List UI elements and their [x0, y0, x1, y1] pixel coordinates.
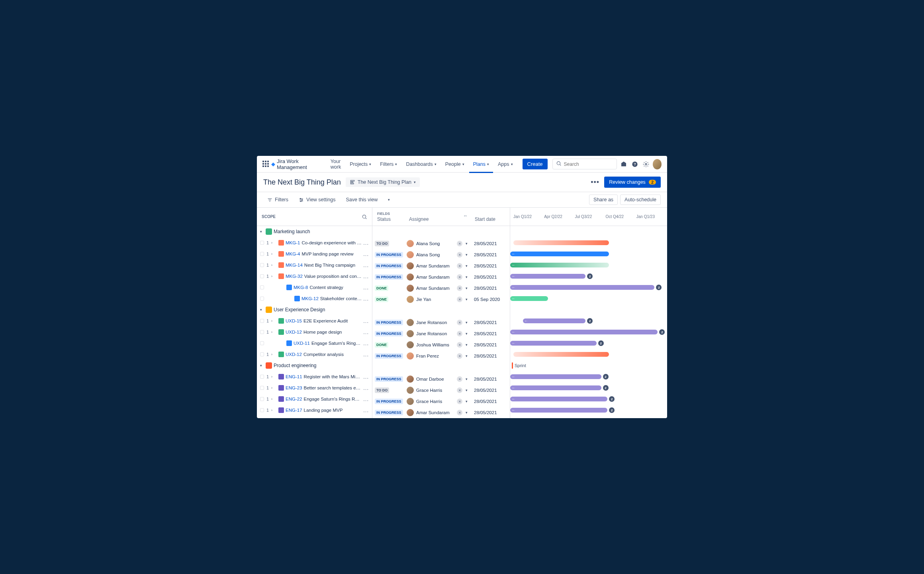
select-handle[interactable] — [260, 341, 264, 345]
chevron-down-icon[interactable]: ▾ — [466, 253, 468, 257]
group-row[interactable]: ▾ Product engineering — [257, 360, 372, 371]
row-actions-icon[interactable]: ... — [363, 374, 369, 380]
status-cell[interactable]: IN PROGRESS — [372, 249, 404, 260]
issue-row[interactable]: 1› ENG-22 Engage Saturn's Rings Resort a… — [257, 393, 372, 405]
search-input[interactable] — [564, 161, 614, 167]
issue-row[interactable]: 1› MKG-32 Value proposition and content … — [257, 271, 372, 282]
issue-key[interactable]: UXD-12 — [286, 352, 302, 357]
assignee-cell[interactable]: Alana Song ✕ ▾ — [404, 249, 470, 260]
select-handle[interactable] — [260, 274, 264, 278]
row-actions-icon[interactable]: ... — [363, 352, 369, 358]
filters-button[interactable]: Filters — [263, 195, 292, 204]
timeline-bar[interactable]: ← 2 — [510, 274, 585, 279]
issue-row[interactable]: MKG-8 Content strategy ... — [257, 282, 372, 293]
group-row[interactable]: ▾ Marketing launch — [257, 226, 372, 237]
date-cell[interactable]: 28/05/2021 — [470, 260, 510, 271]
app-switcher-icon[interactable] — [262, 161, 269, 168]
settings-icon[interactable] — [642, 159, 650, 169]
select-handle[interactable] — [260, 319, 264, 323]
clear-assignee-icon[interactable]: ✕ — [457, 410, 462, 415]
plan-selector[interactable]: The Next Big Thing Plan ▾ — [346, 177, 420, 187]
date-cell[interactable]: 28/05/2021 — [470, 385, 510, 396]
expand-caret-icon[interactable]: ▾ — [260, 230, 264, 234]
chevron-down-icon[interactable]: ▾ — [466, 354, 468, 358]
expand-chevron-icon[interactable]: › — [271, 241, 275, 245]
clear-assignee-icon[interactable]: ✕ — [457, 285, 462, 291]
assignee-cell[interactable]: Jie Yan ✕ ▾ — [404, 294, 470, 305]
issue-key[interactable]: MKG-12 — [301, 296, 319, 301]
nav-item-filters[interactable]: Filters▾ — [376, 156, 401, 173]
row-actions-icon[interactable]: ... — [363, 318, 369, 324]
clear-assignee-icon[interactable]: ✕ — [457, 252, 462, 258]
assignee-cell[interactable]: Joshua Williams ✕ ▾ — [404, 339, 470, 350]
share-as-button[interactable]: Share as — [589, 195, 618, 205]
nav-item-dashboards[interactable]: Dashboards▾ — [402, 156, 440, 173]
expand-chevron-icon[interactable]: › — [271, 386, 275, 390]
expand-chevron-icon[interactable]: › — [271, 274, 275, 278]
row-actions-icon[interactable]: ... — [363, 329, 369, 335]
collapse-fields-icon[interactable]: ↔ — [463, 213, 468, 218]
timeline-bar[interactable]: ← 2 — [510, 397, 607, 401]
issue-key[interactable]: MKG-32 — [286, 274, 303, 279]
chevron-down-icon[interactable]: ▾ — [466, 377, 468, 381]
expand-chevron-icon[interactable]: › — [271, 319, 275, 323]
expand-caret-icon[interactable]: ▾ — [260, 308, 264, 312]
expand-chevron-icon[interactable]: › — [271, 408, 275, 412]
issue-row[interactable]: 1› MKG-1 Co-design experience with sta..… — [257, 237, 372, 248]
clear-assignee-icon[interactable]: ✕ — [457, 263, 462, 269]
save-view-button[interactable]: Save this view — [342, 195, 382, 204]
status-cell[interactable]: IN PROGRESS — [372, 271, 404, 283]
issue-key[interactable]: MKG-1 — [286, 240, 300, 245]
issue-key[interactable]: ENG-11 — [286, 374, 302, 379]
timeline-bar[interactable]: ← 2 — [510, 385, 601, 390]
chevron-down-icon[interactable]: ▾ — [466, 264, 468, 268]
issue-key[interactable]: UXD-11 — [294, 341, 310, 346]
row-actions-icon[interactable]: ... — [363, 296, 369, 302]
nav-item-plans[interactable]: Plans▾ — [469, 156, 493, 173]
issue-row[interactable]: 1› MKG-4 MVP landing page review ... — [257, 248, 372, 259]
user-avatar[interactable] — [653, 159, 662, 169]
row-actions-icon[interactable]: ... — [363, 273, 369, 279]
status-cell[interactable]: IN PROGRESS — [372, 328, 404, 339]
row-actions-icon[interactable]: ... — [363, 340, 369, 346]
chevron-down-icon[interactable]: ▾ — [466, 343, 468, 347]
select-handle[interactable] — [260, 397, 264, 401]
clear-assignee-icon[interactable]: ✕ — [457, 376, 462, 382]
status-cell[interactable]: IN PROGRESS — [372, 373, 404, 385]
expand-chevron-icon[interactable]: › — [271, 397, 275, 401]
chevron-down-icon[interactable]: ▾ — [466, 320, 468, 324]
status-cell[interactable]: IN PROGRESS — [372, 407, 404, 418]
issue-key[interactable]: ENG-22 — [286, 397, 302, 401]
assignee-cell[interactable]: Alana Song ✕ ▾ — [404, 238, 470, 249]
issue-row[interactable]: 1› UXD-12 Home page design ... — [257, 326, 372, 338]
row-actions-icon[interactable]: ... — [363, 407, 369, 413]
date-cell[interactable]: 28/05/2021 — [470, 350, 510, 362]
assignee-cell[interactable]: Amar Sundaram ✕ ▾ — [404, 260, 470, 271]
issue-key[interactable]: UXD-15 — [286, 318, 302, 323]
timeline-bar[interactable]: ← 2 — [523, 318, 586, 323]
issue-key[interactable]: MKG-4 — [286, 252, 300, 256]
status-cell[interactable]: IN PROGRESS — [372, 396, 404, 407]
timeline-bar[interactable]: ← 2 — [510, 341, 597, 346]
issue-key[interactable]: UXD-12 — [286, 330, 302, 334]
issue-row[interactable]: 1› UXD-12 Competitor analysis ... — [257, 349, 372, 360]
row-actions-icon[interactable]: ... — [363, 251, 369, 257]
status-cell[interactable]: TO DO — [372, 385, 404, 396]
date-cell[interactable]: 28/05/2021 — [470, 249, 510, 260]
timeline-bar[interactable]: ← — [510, 252, 609, 256]
assignee-cell[interactable]: Grace Harris ✕ ▾ — [404, 385, 470, 396]
clear-assignee-icon[interactable]: ✕ — [457, 274, 462, 280]
assignee-cell[interactable]: Amar Sundaram ✕ ▾ — [404, 283, 470, 294]
select-handle[interactable] — [260, 297, 264, 301]
row-actions-icon[interactable]: ... — [363, 240, 369, 246]
product-logo[interactable]: ◆ Jira Work Management — [271, 158, 321, 170]
expand-caret-icon[interactable]: ▾ — [260, 364, 264, 368]
select-handle[interactable] — [260, 408, 264, 412]
save-view-dropdown[interactable]: ▾ — [384, 196, 394, 204]
date-cell[interactable]: 28/05/2021 — [470, 283, 510, 294]
clear-assignee-icon[interactable]: ✕ — [457, 241, 462, 246]
timeline-bar[interactable]: ← 2 — [510, 330, 658, 334]
date-cell[interactable]: 28/05/2021 — [470, 328, 510, 339]
status-cell[interactable]: DONE — [372, 294, 404, 305]
assignee-cell[interactable]: Jane Rotanson ✕ ▾ — [404, 317, 470, 328]
